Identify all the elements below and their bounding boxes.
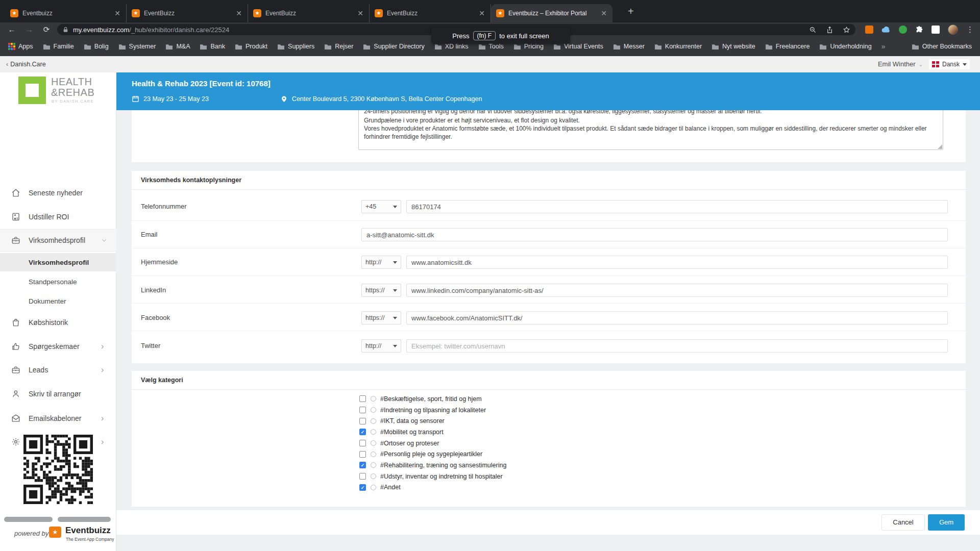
category-checkbox[interactable] — [359, 473, 366, 480]
twitter-protocol-select[interactable]: http:// — [361, 339, 401, 353]
sidebar-item-udstiller-roi[interactable]: Udstiller ROI — [0, 206, 116, 228]
bookmark-item[interactable]: Messer — [613, 43, 645, 50]
bookmark-apps[interactable]: Apps — [8, 43, 33, 50]
bookmark-item[interactable]: Freelancere — [765, 43, 810, 50]
bookmark-item[interactable]: Virtual Events — [553, 43, 603, 50]
bookmark-item[interactable]: Rejser — [324, 43, 353, 50]
bookmarks-overflow-icon[interactable]: » — [881, 42, 886, 51]
phone-country-code-select[interactable]: +45 — [361, 200, 401, 213]
bookmark-item[interactable]: Produkt — [235, 43, 267, 50]
bookmark-item[interactable]: M&A — [165, 43, 190, 50]
bookmark-item[interactable]: Underholdning — [819, 43, 871, 50]
category-checkbox[interactable] — [359, 451, 366, 458]
category-checkbox[interactable] — [359, 440, 366, 446]
category-radio[interactable] — [371, 418, 376, 424]
resize-handle-icon[interactable] — [938, 144, 942, 149]
chrome-menu-icon[interactable]: ⋮ — [966, 25, 974, 34]
company-description-card: 24-timers positionering er vigtig og der… — [132, 110, 966, 162]
puzzle-extensions-icon[interactable] — [915, 26, 923, 34]
facebook-protocol-select[interactable]: https:// — [361, 311, 401, 324]
sidebar-subitem-virksomhedsprofil[interactable]: Virksomhedsprofil — [0, 253, 116, 271]
sidebar-item-skriv-til-arrangoer[interactable]: Skriv til arrangør — [0, 383, 116, 405]
sidebar-subitem-standpersonale[interactable]: Standpersonale — [0, 272, 116, 291]
user-menu[interactable]: Emil Winther⌄ — [878, 56, 923, 72]
divider — [132, 189, 966, 190]
back-icon[interactable]: ← — [6, 24, 17, 35]
close-tab-icon[interactable]: ✕ — [235, 10, 242, 17]
category-checkbox[interactable] — [359, 407, 366, 413]
cancel-button[interactable]: Cancel — [881, 514, 925, 531]
category-radio[interactable] — [371, 452, 376, 457]
browser-tab[interactable]: ★ Eventbuizz ✕ — [5, 4, 127, 22]
twitter-input[interactable] — [406, 339, 948, 353]
other-bookmarks[interactable]: Other Bookmarks — [912, 43, 972, 50]
sidebar-item-emailskabeloner[interactable]: Emailskabeloner › — [0, 407, 116, 430]
reload-icon[interactable]: ⟳ — [41, 24, 52, 35]
browser-tab[interactable]: ★ EventBuizz ✕ — [370, 4, 491, 22]
bookmark-item[interactable]: Systemer — [118, 43, 156, 50]
close-tab-icon[interactable]: ✕ — [478, 10, 485, 17]
linkedin-protocol-select[interactable]: https:// — [361, 284, 401, 297]
sidebar-item-spoergeskemaer[interactable]: Spørgeskemaer › — [0, 335, 116, 358]
close-tab-icon[interactable]: ✕ — [114, 10, 121, 17]
bookmark-item[interactable]: Tools — [478, 43, 504, 50]
bookmark-item[interactable]: Nyt website — [712, 43, 755, 50]
category-radio[interactable] — [371, 440, 376, 446]
folder-icon — [43, 43, 51, 50]
category-radio[interactable] — [371, 462, 376, 468]
browser-tab[interactable]: ★ EventBuizz ✕ — [248, 4, 370, 22]
bookmark-item[interactable]: XD links — [434, 43, 469, 50]
save-button[interactable]: Gem — [928, 514, 965, 531]
website-protocol-select[interactable]: http:// — [361, 256, 401, 269]
category-radio[interactable] — [371, 473, 376, 479]
close-tab-icon[interactable]: ✕ — [357, 10, 364, 17]
category-checkbox[interactable] — [359, 418, 366, 424]
phone-input[interactable] — [406, 200, 948, 213]
description-line: Grundpælene i vore produkter er et højt … — [364, 116, 938, 124]
browser-tab[interactable]: ★ EventBuizz ✕ — [127, 4, 248, 22]
icloud-extension-icon[interactable] — [881, 27, 891, 33]
browser-tab[interactable]: ★ Eventbuizz – Exhibitor Portal ✕ — [491, 4, 612, 22]
bookmark-star-icon[interactable] — [843, 26, 850, 34]
divider — [132, 248, 966, 248]
category-radio[interactable] — [371, 429, 376, 435]
category-row: #Personlig pleje og sygeplejeartikler — [359, 448, 506, 460]
bookmark-item[interactable]: Pricing — [513, 43, 544, 50]
share-icon[interactable] — [826, 26, 834, 34]
close-tab-icon[interactable]: ✕ — [600, 10, 607, 17]
category-checkbox[interactable] — [359, 395, 366, 402]
category-radio[interactable] — [371, 485, 376, 490]
sidebar-item-virksomhedsprofil[interactable]: Virksomhedsprofil — [0, 229, 116, 252]
sidebar-item-koebshistorik[interactable]: Købshistorik — [0, 311, 116, 334]
linkedin-input[interactable] — [406, 284, 948, 297]
profile-avatar[interactable] — [948, 24, 958, 35]
back-to-danish-care-link[interactable]: ‹Danish.Care — [6, 56, 46, 72]
category-checkbox[interactable] — [359, 429, 366, 435]
sidebar-subitem-dokumenter[interactable]: Dokumenter — [0, 292, 116, 310]
bookmark-item[interactable]: Bank — [200, 43, 225, 50]
description-line: 24-timers positionering er vigtig og der… — [364, 110, 938, 115]
language-selector[interactable]: Dansk — [929, 59, 970, 69]
zoom-out-icon[interactable] — [809, 26, 817, 34]
sidebar-item-seneste-nyheder[interactable]: Seneste nyheder — [0, 182, 116, 204]
caret-down-icon — [393, 206, 397, 208]
company-description-textarea[interactable]: 24-timers positionering er vigtig og der… — [358, 110, 943, 150]
category-checkbox[interactable] — [359, 484, 366, 491]
bookmark-item[interactable]: Bolig — [84, 43, 109, 50]
website-input[interactable] — [406, 256, 948, 269]
forward-icon[interactable]: → — [23, 24, 35, 35]
email-input[interactable] — [361, 228, 948, 241]
facebook-input[interactable] — [406, 311, 948, 324]
white-square-extension-icon[interactable] — [932, 26, 940, 34]
extension-icon[interactable] — [865, 26, 873, 34]
new-tab-button[interactable]: + — [628, 6, 634, 16]
bookmark-item[interactable]: Suppliers — [277, 43, 314, 50]
bookmark-item[interactable]: Konkurrenter — [654, 43, 702, 50]
category-checkbox[interactable] — [359, 462, 366, 468]
category-radio[interactable] — [371, 407, 376, 413]
evernote-extension-icon[interactable] — [899, 26, 907, 34]
sidebar-item-leads[interactable]: Leads › — [0, 359, 116, 381]
category-radio[interactable] — [371, 396, 376, 402]
bookmark-item[interactable]: Familie — [43, 43, 74, 50]
bookmark-item[interactable]: Supplier Directory — [363, 43, 424, 50]
